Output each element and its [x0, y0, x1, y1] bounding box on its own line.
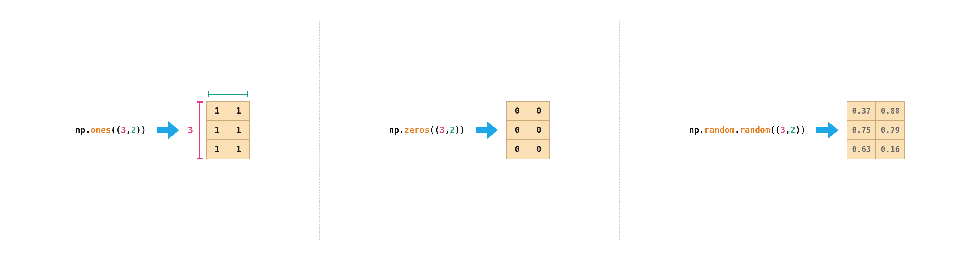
- matrix-cell: 1: [228, 101, 250, 120]
- token-fn: zeros: [404, 125, 430, 135]
- matrix-cell: 0.16: [876, 140, 905, 159]
- matrix-cell: 1: [206, 140, 228, 159]
- token-np: np: [75, 125, 86, 135]
- matrix-cell: 0: [528, 101, 550, 120]
- matrix-cell: 1: [206, 101, 228, 120]
- matrix-cell: 1: [206, 120, 228, 140]
- panel-ones: np.ones((3,2)) 3 1 1 1 1 1 1: [75, 101, 250, 159]
- arrow-icon: [157, 120, 179, 140]
- matrix-random: 0.37 0.88 0.75 0.79 0.63 0.16: [847, 101, 905, 159]
- panel-random: np.random.random((3,2)) 0.37 0.88 0.75 0…: [689, 101, 905, 159]
- matrix-cell: 0.63: [847, 140, 876, 159]
- token-dot: .: [735, 125, 740, 135]
- matrix-cell: 0: [506, 101, 528, 120]
- matrix-zeros: 0 0 0 0 0 0: [506, 101, 550, 159]
- token-np: np: [689, 125, 700, 135]
- matrix-cell: 1: [228, 140, 250, 159]
- matrix-cell: 0: [506, 140, 528, 159]
- token-np: np: [389, 125, 399, 135]
- matrix-ones: 1 1 1 1 1 1: [206, 101, 250, 159]
- matrix-cell: 0: [528, 140, 550, 159]
- token-paren-close: )): [795, 125, 806, 135]
- token-arg-rows: 3: [780, 125, 785, 135]
- panel-zeros: np.zeros((3,2)) 0 0 0 0 0 0: [389, 101, 550, 159]
- cols-bracket-icon: [206, 91, 250, 97]
- matrix-ones-wrap: 1 1 1 1 1 1: [196, 101, 250, 159]
- token-dot: .: [699, 125, 704, 135]
- diagram-stage: np.ones((3,2)) 3 1 1 1 1 1 1: [0, 0, 980, 260]
- token-arg-cols: 2: [450, 125, 455, 135]
- arrow-icon: [476, 120, 498, 140]
- token-paren-close: )): [455, 125, 465, 135]
- token-comma: ,: [445, 125, 450, 135]
- token-module: random: [704, 125, 735, 135]
- token-arg-rows: 3: [121, 125, 126, 135]
- matrix-cell: 0.75: [847, 120, 876, 140]
- token-fn: random: [740, 125, 770, 135]
- token-dot: .: [85, 125, 91, 135]
- token-comma: ,: [785, 125, 791, 135]
- panel-divider: [619, 21, 620, 239]
- token-paren-open: ((: [770, 125, 780, 135]
- token-paren-open: ((: [430, 125, 440, 135]
- matrix-cell: 0.88: [876, 101, 905, 120]
- code-ones: np.ones((3,2)): [75, 125, 146, 135]
- dimension-rows-label: 3: [188, 125, 193, 135]
- matrix-cell: 1: [228, 120, 250, 140]
- code-random: np.random.random((3,2)): [689, 125, 806, 135]
- token-arg-cols: 2: [791, 125, 795, 135]
- rows-bracket-icon: [196, 101, 203, 159]
- token-arg-rows: 3: [440, 125, 445, 135]
- panel-divider: [319, 21, 320, 239]
- token-arg-cols: 2: [131, 125, 136, 135]
- token-fn: ones: [91, 125, 111, 135]
- matrix-cell: 0.37: [847, 101, 876, 120]
- matrix-cell: 0: [506, 120, 528, 140]
- code-zeros: np.zeros((3,2)): [389, 125, 465, 135]
- token-dot: .: [399, 125, 404, 135]
- token-comma: ,: [126, 125, 131, 135]
- token-paren-open: ((: [111, 125, 121, 135]
- matrix-cell: 0.79: [876, 120, 905, 140]
- arrow-icon: [816, 120, 838, 140]
- token-paren-close: )): [136, 125, 146, 135]
- matrix-cell: 0: [528, 120, 550, 140]
